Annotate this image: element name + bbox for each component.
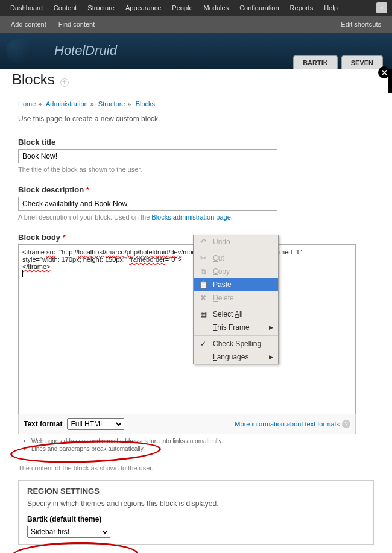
crumb-home[interactable]: Home bbox=[18, 100, 36, 107]
ctx-delete[interactable]: ✖Delete bbox=[194, 291, 278, 305]
nav-modules[interactable]: Modules bbox=[198, 1, 235, 15]
region-settings-legend: REGION SETTINGS bbox=[27, 487, 365, 496]
find-content-link[interactable]: Find content bbox=[52, 17, 101, 31]
tip-2: Lines and paragraphs break automatically… bbox=[31, 446, 374, 452]
crumb-admin[interactable]: Administration bbox=[46, 100, 88, 107]
site-name: HotelDruid bbox=[54, 43, 117, 58]
page-title: Blocks bbox=[12, 71, 55, 88]
region-settings-fieldset: REGION SETTINGS Specify in which themes … bbox=[18, 480, 374, 545]
intro-text: Use this page to create a new custom blo… bbox=[18, 115, 374, 123]
ctx-undo[interactable]: ↶Undo bbox=[194, 235, 278, 248]
tab-bartik[interactable]: BARTIK bbox=[293, 55, 338, 69]
help-icon[interactable]: ? bbox=[342, 420, 350, 428]
edit-shortcuts-link[interactable]: Edit shortcuts bbox=[335, 17, 387, 31]
region-settings-help: Specify in which themes and regions this… bbox=[27, 499, 365, 508]
more-format-info-link[interactable]: More information about text formats bbox=[235, 420, 340, 428]
theme-bartik-label: Bartik (default theme) bbox=[27, 515, 365, 523]
tab-seven[interactable]: SEVEN bbox=[341, 55, 383, 69]
nav-help[interactable]: Help bbox=[318, 1, 343, 15]
nav-content[interactable]: Content bbox=[48, 1, 83, 15]
region-bartik-select[interactable]: Sidebar first bbox=[27, 526, 110, 538]
nav-configuration[interactable]: Configuration bbox=[234, 1, 284, 15]
shortcut-bar: Add content Find content Edit shortcuts bbox=[0, 16, 392, 33]
ctx-this-frame[interactable]: This Frame▶ bbox=[194, 321, 278, 334]
block-desc-input[interactable] bbox=[18, 197, 277, 211]
block-body-textarea[interactable]: <iframe src="http://localhost/marco/php/… bbox=[18, 244, 356, 414]
add-content-link[interactable]: Add content bbox=[5, 17, 52, 31]
page-settings-icon[interactable] bbox=[60, 78, 69, 87]
block-desc-label: Block description * bbox=[18, 185, 374, 194]
format-tips: Web page addresses and e-mail addresses … bbox=[18, 434, 374, 452]
tip-1: Web page addresses and e-mail addresses … bbox=[31, 438, 374, 444]
context-menu: ↶Undo ✂Cut ⧉Copy 📋Paste ✖Delete ▦Select … bbox=[193, 235, 279, 364]
block-content-help: The content of the block as shown to the… bbox=[18, 464, 374, 472]
ctx-check-spelling[interactable]: ✓Check Spelling bbox=[194, 337, 278, 350]
crumb-blocks[interactable]: Blocks bbox=[136, 100, 155, 107]
nav-dashboard[interactable]: Dashboard bbox=[5, 1, 48, 15]
crumb-structure[interactable]: Structure bbox=[98, 100, 125, 107]
nav-structure[interactable]: Structure bbox=[82, 1, 120, 15]
breadcrumb: Home» Administration» Structure» Blocks bbox=[18, 100, 374, 107]
nav-reports[interactable]: Reports bbox=[285, 1, 319, 15]
page-header: Blocks bbox=[0, 69, 388, 93]
site-logo-icon bbox=[6, 39, 30, 63]
block-desc-help: A brief description of your block. Used … bbox=[18, 213, 374, 221]
toolbar-dropdown-icon[interactable]: ▾ bbox=[376, 2, 387, 13]
block-title-input[interactable] bbox=[18, 149, 277, 163]
nav-people[interactable]: People bbox=[166, 1, 198, 15]
ctx-copy[interactable]: ⧉Copy bbox=[194, 265, 278, 278]
admin-toolbar: Dashboard Content Structure Appearance P… bbox=[0, 0, 392, 16]
site-banner: HotelDruid BARTIK SEVEN bbox=[0, 33, 392, 69]
blocks-admin-link[interactable]: Blocks administration page bbox=[151, 213, 230, 221]
block-title-help: The title of the block as shown to the u… bbox=[18, 166, 374, 173]
ctx-languages[interactable]: Languages▶ bbox=[194, 350, 278, 364]
overlay-close-icon[interactable]: ✕ bbox=[378, 66, 390, 78]
text-format-select[interactable]: Full HTML bbox=[67, 418, 124, 430]
text-format-row: Text format Full HTML More information a… bbox=[18, 414, 356, 434]
nav-appearance[interactable]: Appearance bbox=[120, 1, 166, 15]
text-format-label: Text format bbox=[24, 420, 62, 428]
ctx-paste[interactable]: 📋Paste bbox=[194, 278, 278, 291]
block-title-label: Block title bbox=[18, 137, 374, 147]
ctx-cut[interactable]: ✂Cut bbox=[194, 251, 278, 265]
ctx-select-all[interactable]: ▦Select All bbox=[194, 308, 278, 321]
